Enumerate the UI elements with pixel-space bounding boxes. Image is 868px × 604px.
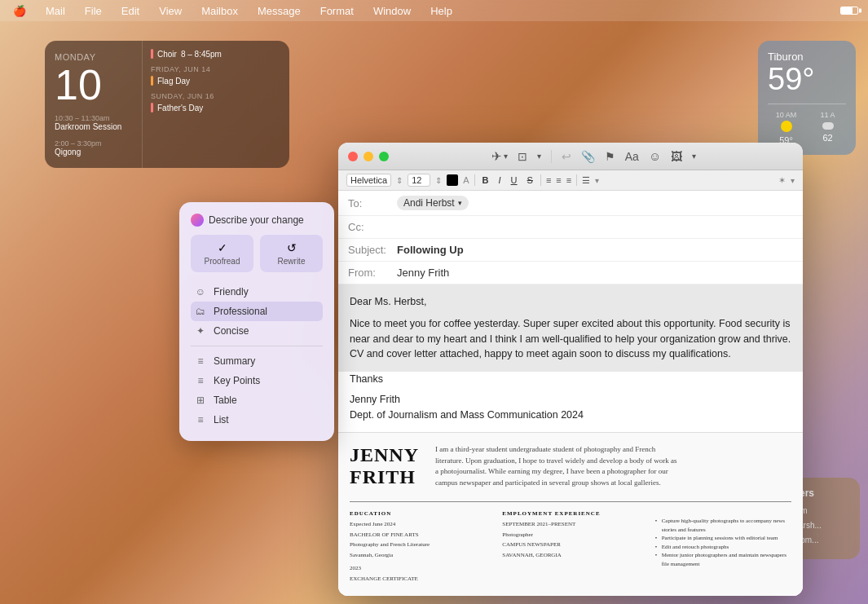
mail-content: To: Andi Herbst ▾ Cc: Subject: Following… — [338, 191, 803, 596]
mail-body[interactable]: Dear Ms. Herbst, Nice to meet you for co… — [338, 284, 803, 372]
attach-icon[interactable]: 📎 — [581, 150, 595, 163]
bold-button[interactable]: B — [480, 174, 491, 186]
subject-value[interactable]: Following Up — [397, 244, 464, 256]
cv-emp-entry-4: SAVANNAH, GEORGIA — [502, 551, 638, 560]
font-arrows: ⇕ — [396, 176, 403, 185]
font-color-swatch[interactable] — [447, 174, 458, 186]
format-divider-3 — [576, 174, 577, 186]
flag-icon[interactable]: ⚑ — [605, 150, 615, 163]
cv-edu-entry-1: Expected June 2024 — [350, 520, 486, 529]
font-size-selector[interactable]: 12 — [408, 174, 430, 187]
photos-icon[interactable]: 🖼 — [671, 150, 682, 163]
cv-employment-col: EMPLOYMENT EXPERIENCE SEPTEMBER 2021–PRE… — [502, 510, 638, 584]
menu-window[interactable]: Window — [370, 3, 414, 19]
cv-emp-entry-1: SEPTEMBER 2021–PRESENT — [502, 520, 638, 529]
reply-icon[interactable]: ↩ — [562, 150, 571, 163]
keypoints-icon: ≡ — [194, 375, 207, 386]
battery-fill — [841, 7, 853, 14]
weather-hour-1-time: 10 AM — [768, 111, 804, 119]
ai-menu-list[interactable]: ≡ List — [191, 410, 323, 430]
cv-name-line1: JENNY — [350, 444, 419, 465]
menu-edit[interactable]: Edit — [118, 3, 143, 19]
menu-view[interactable]: View — [156, 3, 185, 19]
menu-file[interactable]: File — [82, 3, 105, 19]
cv-bullet-2: Participate in planning sessions with ed… — [655, 534, 791, 543]
more-formatting-arrow: ▾ — [791, 176, 795, 185]
font-aa-icon[interactable]: Aa — [625, 150, 639, 163]
ai-menu-table[interactable]: ⊞ Table — [191, 390, 323, 410]
calendar-sunday-label: Sunday, Jun 16 — [151, 92, 281, 100]
friendly-label: Friendly — [214, 286, 249, 298]
menu-mail[interactable]: Mail — [42, 3, 68, 19]
calendar-left: Monday 10 10:30 – 11:30am Darkroom Sessi… — [45, 41, 143, 168]
to-recipient[interactable]: Andi Herbst ▾ — [397, 196, 469, 210]
weather-hour-2-temp: 62 — [809, 133, 846, 143]
italic-button[interactable]: I — [496, 174, 504, 186]
compose-dropdown: ▾ — [537, 152, 541, 161]
list-format-icon[interactable]: ☰ — [582, 175, 590, 186]
more-formatting-icon[interactable]: ✶ — [778, 175, 786, 186]
ai-menu-friendly[interactable]: ☺ Friendly — [191, 282, 323, 302]
align-left-icon[interactable]: ≡ — [546, 175, 551, 185]
concise-label: Concise — [214, 325, 249, 337]
cv-education-col: EDUCATION Expected June 2024 BACHELOR OF… — [350, 510, 486, 584]
menu-format[interactable]: Format — [317, 3, 357, 19]
calendar-flagday-label: Flag Day — [157, 77, 190, 86]
cv-columns: EDUCATION Expected June 2024 BACHELOR OF… — [350, 510, 791, 584]
cv-name: JENNY FRITH — [350, 444, 419, 487]
send-button-group[interactable]: ✈ ▾ — [491, 149, 508, 164]
underline-button[interactable]: U — [509, 174, 520, 186]
menu-mailbox[interactable]: Mailbox — [198, 3, 241, 19]
menubar-right — [840, 7, 858, 15]
ai-menu-concise[interactable]: ✦ Concise — [191, 321, 323, 341]
list-icon: ≡ — [194, 414, 207, 425]
calendar-choir-time: 8 – 8:45pm — [181, 50, 222, 59]
cv-divider — [350, 501, 791, 502]
mail-sig-dept: Dept. of Journalism and Mass Communicati… — [350, 408, 791, 423]
weather-hour-1: 10 AM 59° — [768, 111, 804, 145]
table-label: Table — [214, 395, 237, 406]
weather-hour-2: 11 A 62 — [809, 111, 846, 145]
window-close-button[interactable] — [348, 152, 358, 161]
rewrite-label: Rewrite — [263, 257, 319, 266]
cal-dot-1 — [151, 49, 153, 59]
window-maximize-button[interactable] — [379, 152, 389, 161]
align-center-icon[interactable]: ≡ — [556, 175, 561, 185]
ai-menu-keypoints[interactable]: ≡ Key Points — [191, 371, 323, 390]
strikethrough-button[interactable]: S — [525, 174, 535, 186]
cv-emp-entry-3: CAMPUS NEWSPAPER — [502, 540, 638, 549]
sun-icon — [781, 121, 792, 132]
cc-field[interactable]: Cc: — [338, 216, 803, 239]
menu-message[interactable]: Message — [254, 3, 304, 19]
ai-proofread-button[interactable]: ✓ Proofread — [191, 235, 253, 272]
toolbar-divider-1 — [551, 150, 552, 163]
align-right-icon[interactable]: ≡ — [566, 175, 571, 185]
cv-employment-title: EMPLOYMENT EXPERIENCE — [502, 510, 638, 517]
calendar-upcoming-3: Sunday, Jun 16 Father's Day — [151, 92, 281, 112]
proofread-icon: ✓ — [194, 241, 250, 254]
cv-bio: I am a third-year student undergraduate … — [435, 444, 680, 488]
apple-menu[interactable]: 🍎 — [10, 3, 29, 19]
ai-popup-header: Describe your change — [191, 214, 323, 227]
ai-menu-summary[interactable]: ≡ Summary — [191, 351, 323, 371]
calendar-upcoming-1: Choir 8 – 8:45pm — [151, 49, 281, 59]
to-field: To: Andi Herbst ▾ — [338, 191, 803, 216]
window-minimize-button[interactable] — [364, 152, 373, 161]
ai-menu-professional[interactable]: 🗂 Professional — [191, 302, 323, 321]
summary-icon: ≡ — [194, 355, 207, 367]
compose-icon[interactable]: ⊡ — [518, 150, 527, 163]
ai-menu-divider — [191, 346, 323, 346]
emoji-icon[interactable]: ☺ — [649, 149, 661, 163]
recipient-chevron: ▾ — [458, 199, 462, 207]
menubar: 🍎 Mail File Edit View Mailbox Message Fo… — [0, 0, 868, 21]
font-selector[interactable]: Helvetica — [346, 174, 391, 187]
menu-help[interactable]: Help — [427, 3, 456, 19]
battery-icon — [840, 7, 858, 15]
weather-forecast: 10 AM 59° 11 A 62 — [768, 104, 846, 145]
calendar-right: Choir 8 – 8:45pm Friday, Jun 14 Flag Day… — [143, 41, 289, 168]
ai-rewrite-button[interactable]: ↺ Rewrite — [260, 235, 323, 272]
keypoints-label: Key Points — [214, 375, 260, 386]
cv-edu-entry-3: Photography and French Literature — [350, 540, 486, 549]
highlight-icon[interactable]: A — [463, 175, 469, 185]
cv-header: JENNY FRITH I am a third-year student un… — [350, 444, 791, 488]
